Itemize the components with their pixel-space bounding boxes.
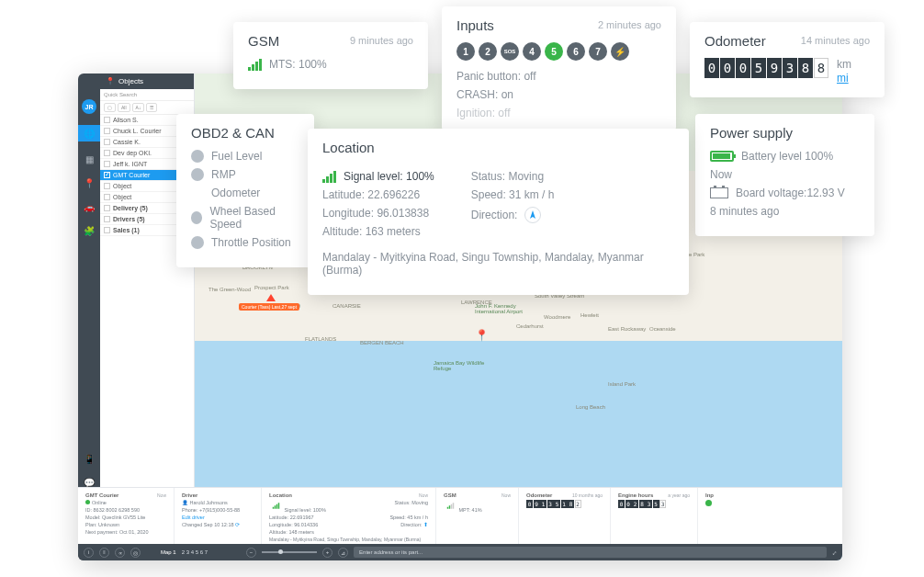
- map-label: FLATLANDS: [305, 336, 336, 342]
- input-pin-6[interactable]: 6: [567, 42, 585, 61]
- rpm-icon: [191, 168, 204, 181]
- direction-icon: [524, 207, 541, 223]
- input-pin-4[interactable]: 4: [523, 42, 541, 61]
- odometer-timestamp: 14 minutes ago: [801, 35, 870, 46]
- phone-icon[interactable]: 📱: [83, 452, 96, 465]
- expand-icon[interactable]: ⤢: [832, 549, 837, 556]
- info-location: LocationNow Signal level: 100%Status: Mo…: [262, 488, 436, 544]
- puzzle-icon[interactable]: 🧩: [83, 224, 96, 237]
- pin-icon[interactable]: 📍: [83, 176, 96, 189]
- card-odometer: Odometer 14 minutes ago 00059388 kmmi: [690, 22, 885, 97]
- globe-icon[interactable]: 🌐: [78, 125, 100, 141]
- input-pin-5[interactable]: 5: [545, 42, 563, 61]
- objects-header: 📍Objects: [100, 74, 194, 89]
- map-label: Oceanside: [649, 326, 676, 332]
- airport-pin-icon[interactable]: 📍: [475, 329, 489, 342]
- signal-icon: [248, 59, 262, 71]
- quick-search[interactable]: Quick Search: [100, 89, 194, 101]
- filter-menu[interactable]: ☰: [146, 103, 157, 112]
- share-icon[interactable]: ∝: [115, 548, 125, 558]
- zoom-in-icon[interactable]: +: [322, 548, 332, 558]
- refresh-icon[interactable]: ⟳: [235, 522, 240, 527]
- edit-driver-link[interactable]: Edit driver: [182, 515, 254, 520]
- input-pin-1[interactable]: 1: [456, 42, 475, 61]
- inputs-timestamp: 2 minutes ago: [598, 19, 661, 30]
- filter-square[interactable]: ▢: [104, 103, 116, 112]
- address-input[interactable]: Enter address or its part...: [354, 547, 827, 558]
- info-gsm: GSMNow MPT: 41%: [436, 488, 519, 544]
- info-driver: Driver 👤 Harold Johnsons Phone: +7(915)0…: [175, 488, 262, 544]
- battery-icon: [710, 151, 734, 162]
- layers-icon[interactable]: ⫴: [99, 548, 109, 558]
- info-icon[interactable]: i: [84, 548, 94, 558]
- zoom-slider[interactable]: [262, 551, 317, 553]
- avatar[interactable]: JR: [82, 99, 96, 114]
- ruler-icon[interactable]: ⊿: [338, 548, 348, 558]
- filter-all[interactable]: All: [118, 103, 130, 112]
- input-pin-2[interactable]: 2: [479, 42, 497, 61]
- card-power: Power supply Battery level 100% Now Boar…: [695, 114, 874, 236]
- map-label: John F. Kennedy International Airport: [475, 303, 530, 314]
- input-pin-sos[interactable]: SOS: [501, 42, 519, 61]
- target-icon[interactable]: ◎: [130, 548, 141, 558]
- map-label: Cedarhurst: [516, 323, 544, 329]
- board-voltage-icon: [710, 187, 728, 198]
- location-title: Location: [322, 140, 674, 155]
- input-pin-7[interactable]: 7: [589, 42, 607, 61]
- card-inputs: Inputs 2 minutes ago 1 2 SOS 4 5 6 7 ⚡ P…: [442, 6, 676, 130]
- map-label: The Green-Wood: [208, 287, 251, 292]
- odometer-digits: 00059388: [704, 58, 829, 78]
- object-filters: ▢ All A↓ ☰: [100, 101, 194, 115]
- pin-icon: 📍: [106, 77, 115, 85]
- card-location: Location Signal level: 100% Latitude: 22…: [308, 129, 689, 295]
- map-tab[interactable]: Map 1: [161, 549, 176, 555]
- map-pages[interactable]: 2 3 4 5 6 7: [182, 549, 208, 555]
- gsm-timestamp: 9 minutes ago: [350, 35, 413, 46]
- map-pin[interactable]: [266, 294, 276, 303]
- card-obd2: OBD2 & CAN Fuel Level RMP Odometer Wheel…: [176, 114, 314, 267]
- bottom-info-bar: GMT CourierNow Online ID: 8632 8002 6298…: [78, 487, 842, 544]
- map-label: Woodmere: [544, 314, 570, 320]
- map-label: Prospect Park: [254, 285, 289, 290]
- map-label: BERGEN BEACH: [360, 340, 404, 345]
- throttle-icon: [191, 236, 204, 249]
- map-label: Jamaica Bay Wildlife Refuge: [434, 360, 489, 371]
- zoom-out-icon[interactable]: −: [246, 548, 256, 558]
- map-pin-label[interactable]: Courier (Tass) Last,27 sept: [239, 303, 299, 311]
- map-label: Long Beach: [576, 404, 605, 410]
- map-label: CANARSIE: [332, 303, 361, 309]
- card-gsm: GSM 9 minutes ago MTS: 100%: [233, 22, 428, 89]
- grid-icon[interactable]: ▦: [83, 153, 96, 165]
- info-engine-hours: Engine hoursa year ago 0028353: [611, 488, 698, 544]
- fuel-icon: [191, 150, 204, 163]
- map-label: Island Park: [608, 381, 636, 387]
- speed-icon: [191, 211, 202, 224]
- mini-engine: 0028353: [618, 500, 690, 508]
- unit-mi-link[interactable]: mi: [837, 72, 849, 85]
- bottom-bar: i ⫴ ∝ ◎ Map 1 2 3 4 5 6 7 − + ⊿ Enter ad…: [78, 544, 842, 560]
- info-odometer: Odometer10 months ago 09135182: [519, 488, 611, 544]
- info-gmt: GMT CourierNow Online ID: 8632 8002 6298…: [78, 488, 175, 544]
- odometer-units: kmmi: [837, 58, 851, 85]
- filter-sort[interactable]: A↓: [132, 103, 145, 112]
- map-label: Hewlett: [580, 312, 599, 318]
- signal-icon: [322, 171, 336, 183]
- input-pin-bolt[interactable]: ⚡: [611, 42, 629, 61]
- car-icon[interactable]: 🚗: [83, 200, 96, 213]
- map-label: East Rockaway: [608, 326, 646, 332]
- inputs-pins: 1 2 SOS 4 5 6 7 ⚡: [456, 42, 661, 61]
- mini-odometer: 09135182: [526, 500, 603, 508]
- obd2-title: OBD2 & CAN: [191, 125, 299, 141]
- info-inputs: Inp: [698, 488, 726, 544]
- power-title: Power supply: [710, 125, 860, 141]
